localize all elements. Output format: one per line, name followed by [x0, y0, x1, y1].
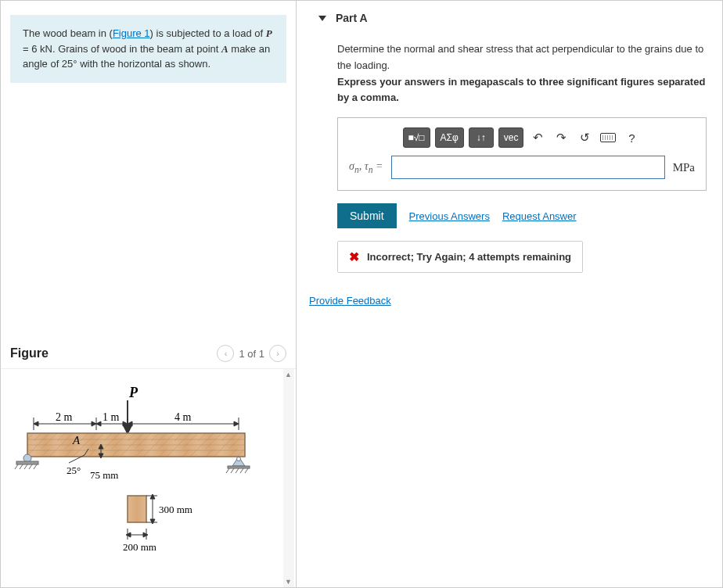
provide-feedback-link[interactable]: Provide Feedback	[309, 295, 391, 307]
greek-button[interactable]: ΑΣφ	[435, 127, 464, 148]
var-P: P	[266, 27, 272, 39]
svg-text:A: A	[72, 434, 81, 446]
svg-line-33	[231, 468, 234, 473]
feedback-text: Incorrect; Try Again; 4 attempts remaini…	[367, 251, 571, 263]
feedback-box: ✖ Incorrect; Try Again; 4 attempts remai…	[337, 241, 583, 273]
help-button[interactable]: ?	[622, 128, 641, 147]
vec-button[interactable]: vec	[498, 127, 524, 148]
svg-text:200 mm: 200 mm	[123, 541, 156, 553]
subsup-button[interactable]: ↓↑	[469, 127, 494, 148]
svg-line-24	[15, 464, 18, 469]
keyboard-icon	[600, 133, 616, 142]
figure-header: Figure ‹ 1 of 1 ›	[1, 339, 296, 368]
svg-line-28	[34, 464, 37, 469]
svg-marker-48	[143, 532, 148, 537]
instruction-line-2: Express your answers in megapascals to t…	[337, 74, 714, 107]
submit-button[interactable]: Submit	[337, 203, 397, 228]
text: ) is subjected to a load of	[150, 27, 266, 39]
instruction-line-1: Determine the normal and shear stress th…	[337, 41, 714, 74]
problem-statement: The wood beam in (Figure 1) is subjected…	[10, 15, 286, 83]
incorrect-icon: ✖	[349, 249, 359, 264]
svg-rect-31	[228, 466, 250, 468]
answer-unit: MPa	[673, 161, 695, 174]
figure-pager: ‹ 1 of 1 ›	[217, 345, 286, 362]
text: The wood beam in (	[23, 27, 113, 39]
svg-text:P: P	[128, 385, 138, 400]
svg-marker-7	[34, 421, 38, 426]
svg-line-36	[245, 468, 248, 473]
svg-marker-42	[150, 494, 155, 499]
request-answer-link[interactable]: Request Answer	[502, 210, 577, 222]
keyboard-button[interactable]	[599, 128, 617, 147]
figure-title: Figure	[10, 346, 49, 360]
svg-marker-43	[150, 519, 155, 524]
answer-container: ■√□ ΑΣφ ↓↑ vec ↶ ↷ ↺ ? σn, τn = MPa	[337, 117, 707, 191]
text: = 6 kN	[23, 43, 52, 55]
previous-answers-link[interactable]: Previous Answers	[409, 210, 490, 222]
svg-text:25°: 25°	[67, 464, 81, 476]
svg-rect-23	[16, 461, 38, 464]
svg-text:75 mm: 75 mm	[90, 469, 118, 481]
part-title: Part A	[336, 12, 368, 24]
equation-toolbar: ■√□ ΑΣφ ↓↑ vec ↶ ↷ ↺ ?	[349, 127, 695, 148]
svg-line-34	[236, 468, 239, 473]
svg-marker-12	[234, 421, 239, 426]
figure-viewport: P 2 m 1 m 4 m A 25° 75 mm 300 mm 200 mm …	[1, 368, 296, 587]
var-A: A	[221, 43, 228, 55]
figure-counter: 1 of 1	[239, 348, 264, 360]
svg-text:300 mm: 300 mm	[159, 504, 192, 515]
figure-link[interactable]: Figure 1	[113, 27, 150, 39]
svg-line-35	[240, 468, 243, 473]
svg-rect-40	[128, 496, 146, 522]
figure-diagram: P 2 m 1 m 4 m A 25° 75 mm 300 mm 200 mm	[10, 378, 261, 566]
svg-marker-9	[96, 421, 101, 426]
answer-lhs: σn, τn =	[349, 160, 383, 175]
svg-marker-14	[124, 425, 131, 433]
reset-button[interactable]: ↺	[575, 128, 594, 147]
svg-line-26	[24, 464, 27, 469]
svg-line-27	[29, 464, 32, 469]
answer-input[interactable]	[391, 156, 665, 179]
undo-button[interactable]: ↶	[528, 128, 547, 147]
redo-button[interactable]: ↷	[552, 128, 570, 147]
svg-line-25	[20, 464, 23, 469]
collapse-icon[interactable]	[318, 16, 326, 21]
text: . Grains of wood in the beam at point	[52, 43, 221, 55]
figure-prev-button[interactable]: ‹	[217, 345, 234, 362]
figure-scrollbar[interactable]: ▲ ▼	[283, 369, 294, 587]
svg-point-30	[237, 457, 241, 461]
figure-next-button[interactable]: ›	[269, 345, 286, 362]
svg-text:1 m: 1 m	[103, 411, 120, 423]
svg-marker-47	[126, 532, 131, 537]
templates-button[interactable]: ■√□	[403, 127, 430, 148]
svg-line-32	[226, 468, 229, 473]
svg-text:2 m: 2 m	[56, 411, 73, 423]
svg-text:4 m: 4 m	[174, 411, 192, 423]
